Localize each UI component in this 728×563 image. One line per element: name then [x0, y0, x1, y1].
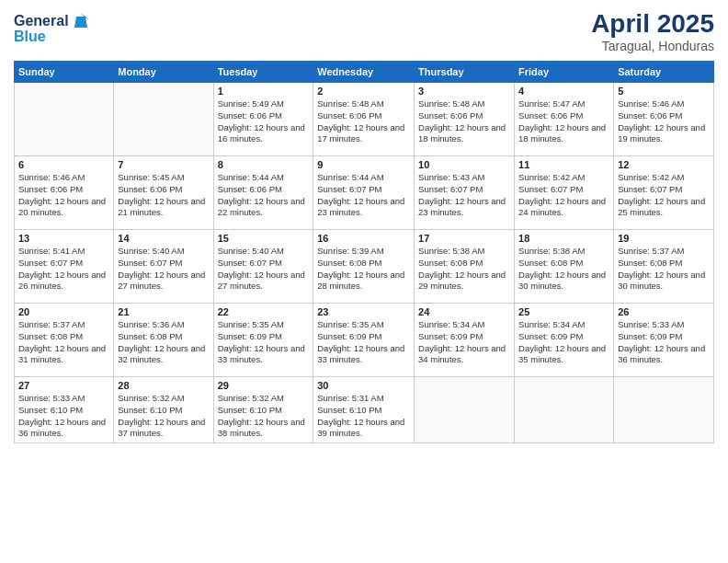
- svg-text:General: General: [14, 13, 69, 29]
- day-info: Sunrise: 5:31 AM Sunset: 6:10 PM Dayligh…: [317, 393, 410, 440]
- day-info: Sunrise: 5:46 AM Sunset: 6:06 PM Dayligh…: [618, 98, 710, 145]
- calendar-table: Sunday Monday Tuesday Wednesday Thursday…: [14, 61, 714, 443]
- table-row: 1Sunrise: 5:49 AM Sunset: 6:06 PM Daylig…: [213, 83, 313, 156]
- day-number: 13: [18, 233, 109, 244]
- day-number: 1: [218, 86, 310, 97]
- day-info: Sunrise: 5:41 AM Sunset: 6:07 PM Dayligh…: [18, 246, 109, 293]
- table-row: 4Sunrise: 5:47 AM Sunset: 6:06 PM Daylig…: [515, 83, 614, 156]
- day-number: 24: [418, 306, 510, 317]
- day-number: 18: [518, 233, 609, 244]
- day-info: Sunrise: 5:46 AM Sunset: 6:06 PM Dayligh…: [18, 172, 109, 219]
- day-number: 21: [118, 306, 209, 317]
- day-number: 15: [218, 233, 310, 244]
- table-row: 7Sunrise: 5:45 AM Sunset: 6:06 PM Daylig…: [114, 156, 213, 230]
- day-number: 16: [317, 233, 410, 244]
- table-row: 19Sunrise: 5:37 AM Sunset: 6:08 PM Dayli…: [614, 230, 714, 304]
- table-row: 17Sunrise: 5:38 AM Sunset: 6:08 PM Dayli…: [415, 230, 515, 304]
- day-info: Sunrise: 5:32 AM Sunset: 6:10 PM Dayligh…: [118, 393, 209, 440]
- table-row: [15, 83, 114, 156]
- location-title: Taragual, Honduras: [591, 39, 714, 53]
- day-info: Sunrise: 5:37 AM Sunset: 6:08 PM Dayligh…: [618, 246, 710, 293]
- day-info: Sunrise: 5:42 AM Sunset: 6:07 PM Dayligh…: [618, 172, 710, 219]
- day-info: Sunrise: 5:49 AM Sunset: 6:06 PM Dayligh…: [218, 98, 310, 145]
- day-number: 19: [618, 233, 710, 244]
- table-row: 15Sunrise: 5:40 AM Sunset: 6:07 PM Dayli…: [213, 230, 313, 304]
- table-row: 6Sunrise: 5:46 AM Sunset: 6:06 PM Daylig…: [15, 156, 114, 230]
- day-info: Sunrise: 5:40 AM Sunset: 6:07 PM Dayligh…: [118, 246, 209, 293]
- day-number: 8: [218, 159, 310, 170]
- day-number: 2: [317, 86, 410, 97]
- table-row: 16Sunrise: 5:39 AM Sunset: 6:08 PM Dayli…: [313, 230, 415, 304]
- table-row: 2Sunrise: 5:48 AM Sunset: 6:06 PM Daylig…: [313, 83, 415, 156]
- table-row: 30Sunrise: 5:31 AM Sunset: 6:10 PM Dayli…: [313, 377, 415, 443]
- header-saturday: Saturday: [614, 62, 714, 83]
- table-row: 14Sunrise: 5:40 AM Sunset: 6:07 PM Dayli…: [114, 230, 213, 304]
- table-row: 5Sunrise: 5:46 AM Sunset: 6:06 PM Daylig…: [614, 83, 714, 156]
- day-number: 4: [518, 86, 609, 97]
- day-info: Sunrise: 5:44 AM Sunset: 6:07 PM Dayligh…: [317, 172, 410, 219]
- day-info: Sunrise: 5:43 AM Sunset: 6:07 PM Dayligh…: [418, 172, 510, 219]
- day-number: 17: [418, 233, 510, 244]
- header-monday: Monday: [114, 62, 213, 83]
- day-number: 14: [118, 233, 209, 244]
- day-number: 6: [18, 159, 109, 170]
- day-info: Sunrise: 5:38 AM Sunset: 6:08 PM Dayligh…: [418, 246, 510, 293]
- day-info: Sunrise: 5:40 AM Sunset: 6:07 PM Dayligh…: [218, 246, 310, 293]
- header-wednesday: Wednesday: [313, 62, 415, 83]
- day-info: Sunrise: 5:38 AM Sunset: 6:08 PM Dayligh…: [518, 246, 609, 293]
- day-number: 10: [418, 159, 510, 170]
- header-thursday: Thursday: [415, 62, 515, 83]
- table-row: 10Sunrise: 5:43 AM Sunset: 6:07 PM Dayli…: [415, 156, 515, 230]
- header-friday: Friday: [515, 62, 614, 83]
- day-info: Sunrise: 5:32 AM Sunset: 6:10 PM Dayligh…: [218, 393, 310, 440]
- day-number: 29: [218, 380, 310, 391]
- day-number: 27: [18, 380, 109, 391]
- day-info: Sunrise: 5:36 AM Sunset: 6:08 PM Dayligh…: [118, 319, 209, 366]
- day-info: Sunrise: 5:45 AM Sunset: 6:06 PM Dayligh…: [118, 172, 209, 219]
- day-info: Sunrise: 5:33 AM Sunset: 6:10 PM Dayligh…: [18, 393, 109, 440]
- table-row: 29Sunrise: 5:32 AM Sunset: 6:10 PM Dayli…: [213, 377, 313, 443]
- table-row: 13Sunrise: 5:41 AM Sunset: 6:07 PM Dayli…: [15, 230, 114, 304]
- day-info: Sunrise: 5:39 AM Sunset: 6:08 PM Dayligh…: [317, 246, 410, 293]
- day-number: 11: [518, 159, 609, 170]
- table-row: [515, 377, 614, 443]
- title-section: April 2025 Taragual, Honduras: [591, 9, 714, 53]
- month-title: April 2025: [591, 9, 714, 39]
- table-row: 3Sunrise: 5:48 AM Sunset: 6:06 PM Daylig…: [415, 83, 515, 156]
- table-row: 18Sunrise: 5:38 AM Sunset: 6:08 PM Dayli…: [515, 230, 614, 304]
- svg-text:Blue: Blue: [14, 29, 46, 44]
- logo: General Blue: [14, 9, 97, 52]
- day-number: 26: [618, 306, 710, 317]
- table-row: [614, 377, 714, 443]
- day-info: Sunrise: 5:48 AM Sunset: 6:06 PM Dayligh…: [317, 98, 410, 145]
- day-info: Sunrise: 5:33 AM Sunset: 6:09 PM Dayligh…: [618, 319, 710, 366]
- day-number: 7: [118, 159, 209, 170]
- table-row: 8Sunrise: 5:44 AM Sunset: 6:06 PM Daylig…: [213, 156, 313, 230]
- day-number: 5: [618, 86, 710, 97]
- day-number: 23: [317, 306, 410, 317]
- day-info: Sunrise: 5:35 AM Sunset: 6:09 PM Dayligh…: [218, 319, 310, 366]
- calendar-header-row: Sunday Monday Tuesday Wednesday Thursday…: [15, 62, 714, 83]
- table-row: 11Sunrise: 5:42 AM Sunset: 6:07 PM Dayli…: [515, 156, 614, 230]
- table-row: 21Sunrise: 5:36 AM Sunset: 6:08 PM Dayli…: [114, 304, 213, 377]
- table-row: [114, 83, 213, 156]
- table-row: 9Sunrise: 5:44 AM Sunset: 6:07 PM Daylig…: [313, 156, 415, 230]
- svg-marker-2: [74, 17, 87, 28]
- table-row: 24Sunrise: 5:34 AM Sunset: 6:09 PM Dayli…: [415, 304, 515, 377]
- day-number: 12: [618, 159, 710, 170]
- day-number: 30: [317, 380, 410, 391]
- header-sunday: Sunday: [15, 62, 114, 83]
- table-row: [415, 377, 515, 443]
- day-number: 3: [418, 86, 510, 97]
- day-info: Sunrise: 5:44 AM Sunset: 6:06 PM Dayligh…: [218, 172, 310, 219]
- table-row: 26Sunrise: 5:33 AM Sunset: 6:09 PM Dayli…: [614, 304, 714, 377]
- table-row: 25Sunrise: 5:34 AM Sunset: 6:09 PM Dayli…: [515, 304, 614, 377]
- header-tuesday: Tuesday: [213, 62, 313, 83]
- table-row: 12Sunrise: 5:42 AM Sunset: 6:07 PM Dayli…: [614, 156, 714, 230]
- day-info: Sunrise: 5:48 AM Sunset: 6:06 PM Dayligh…: [418, 98, 510, 145]
- day-info: Sunrise: 5:34 AM Sunset: 6:09 PM Dayligh…: [518, 319, 609, 366]
- day-info: Sunrise: 5:37 AM Sunset: 6:08 PM Dayligh…: [18, 319, 109, 366]
- logo-icon: General Blue: [14, 9, 97, 48]
- header: General Blue April 2025 Taragual, Hondur…: [14, 9, 714, 53]
- day-info: Sunrise: 5:35 AM Sunset: 6:09 PM Dayligh…: [317, 319, 410, 366]
